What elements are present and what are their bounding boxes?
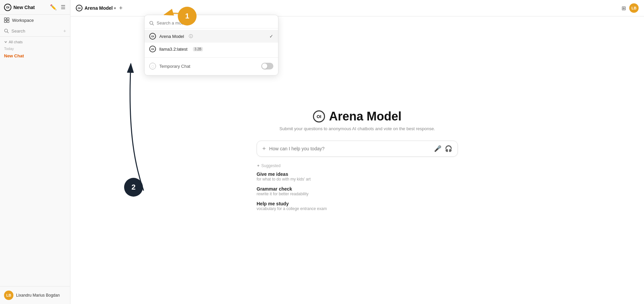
suggestion-sub-1: rewrite it for better readability: [257, 192, 458, 196]
checkmark-icon: ✓: [269, 34, 273, 39]
temp-chat-toggle[interactable]: [261, 63, 273, 69]
suggestion-sub-0: for what to do with my kids' art: [257, 177, 458, 182]
workspace-icon: [4, 17, 9, 23]
all-chats-section[interactable]: All chats: [0, 37, 70, 45]
suggestion-item-1[interactable]: Grammar check rewrite it for better read…: [257, 186, 458, 196]
svg-rect-1: [7, 18, 9, 20]
chat-item-label: New Chat: [4, 53, 24, 58]
chat-header-icon: OI: [313, 110, 325, 122]
arena-model-label: Arena Model: [159, 34, 184, 39]
chat-title: OI Arena Model: [279, 109, 435, 123]
chevron-icon: ▾: [114, 6, 116, 10]
svg-line-7: [153, 24, 154, 25]
temp-chat-label: Temporary Chat: [159, 64, 190, 69]
model-selector[interactable]: OI Arena Model ▾ +: [76, 5, 123, 12]
model-dropdown: OI Arena Model ⓘ ✓ OI llama3.2:latest 3.…: [144, 15, 278, 75]
annotation-circle-1: 1: [178, 7, 197, 26]
llama-badge: 3.2B: [193, 47, 203, 51]
svg-rect-3: [7, 20, 9, 22]
dropdown-item-llama[interactable]: OI llama3.2:latest 3.2B: [145, 43, 278, 55]
suggestion-item-0[interactable]: Give me ideas for what to do with my kid…: [257, 171, 458, 182]
suggestions-list: Give me ideas for what to do with my kid…: [257, 171, 458, 211]
workspace-label: Workspace: [12, 18, 34, 23]
edit-icon[interactable]: ✏️: [49, 3, 57, 11]
search-icon: [4, 29, 9, 33]
model-name: Arena Model ▾: [85, 5, 116, 11]
search-add-icon[interactable]: +: [63, 28, 66, 34]
annotation-circle-2: 2: [124, 178, 143, 197]
dropdown-search-icon: [149, 21, 154, 26]
settings-icon[interactable]: ⊞: [622, 5, 626, 11]
temp-chat-icon: ◌: [149, 63, 156, 69]
workspace-item[interactable]: Workspace: [0, 15, 70, 26]
chat-header: OI Arena Model Submit your questions to …: [279, 109, 435, 131]
user-avatar: LB: [4, 291, 13, 300]
today-label: Today: [0, 45, 70, 51]
menu-icon[interactable]: ☰: [60, 3, 66, 11]
chat-subtitle: Submit your questions to anonymous AI ch…: [279, 126, 435, 131]
suggestion-item-2[interactable]: Help me study vocabulary for a college e…: [257, 201, 458, 211]
arena-model-icon: OI: [149, 33, 156, 40]
topbar: OI Arena Model ▾ + ⊞ LB: [70, 0, 644, 16]
svg-rect-2: [4, 20, 6, 22]
attach-icon[interactable]: +: [262, 145, 266, 152]
llama-model-label: llama3.2:latest: [159, 47, 187, 52]
topbar-right: ⊞ LB: [622, 3, 639, 13]
model-search-input[interactable]: [157, 20, 273, 26]
headphone-icon[interactable]: 🎧: [445, 145, 452, 152]
search-label: Search: [11, 29, 25, 34]
microphone-icon[interactable]: 🎤: [434, 145, 441, 152]
suggestions-label: ✦ Suggested: [257, 163, 458, 168]
topbar-user-avatar[interactable]: LB: [629, 3, 639, 13]
dropdown-divider: [145, 57, 278, 58]
sidebar: OI New Chat ✏️ ☰ Workspace Search + All …: [0, 0, 70, 304]
sidebar-item-new-chat[interactable]: New Chat: [0, 51, 70, 60]
suggestion-title-2: Help me study: [257, 201, 458, 206]
sidebar-search[interactable]: Search +: [0, 26, 70, 37]
user-name: Lixandru Marius Bogdan: [16, 293, 60, 298]
chevron-down-icon: [4, 40, 7, 44]
all-chats-label: All chats: [9, 40, 23, 44]
user-profile[interactable]: LB Lixandru Marius Bogdan: [0, 286, 70, 304]
sidebar-logo[interactable]: OI New Chat: [4, 4, 35, 11]
chat-input[interactable]: [269, 146, 431, 151]
arena-info-icon: ⓘ: [189, 34, 193, 39]
suggestion-title-0: Give me ideas: [257, 171, 458, 177]
dropdown-temp-chat: ◌ Temporary Chat: [145, 60, 278, 72]
svg-line-5: [7, 32, 9, 33]
sidebar-header: OI New Chat ✏️ ☰: [0, 0, 70, 15]
model-logo-icon: OI: [76, 5, 83, 11]
dropdown-search[interactable]: [145, 18, 278, 29]
dropdown-item-arena[interactable]: OI Arena Model ⓘ ✓: [145, 30, 278, 43]
add-model-button[interactable]: +: [119, 5, 123, 12]
logo-icon: OI: [4, 4, 11, 11]
chat-input-wrapper: + 🎤 🎧: [257, 141, 458, 157]
main-area: OI Arena Model ▾ + ⊞ LB OI Arena Mode: [70, 0, 644, 304]
sidebar-icons: ✏️ ☰: [49, 3, 66, 11]
suggestion-sub-2: vocabulary for a college entrance exam: [257, 206, 458, 211]
suggestion-title-1: Grammar check: [257, 186, 458, 192]
new-chat-title: New Chat: [13, 5, 35, 10]
llama-model-icon: OI: [149, 46, 156, 52]
svg-rect-0: [4, 18, 6, 20]
